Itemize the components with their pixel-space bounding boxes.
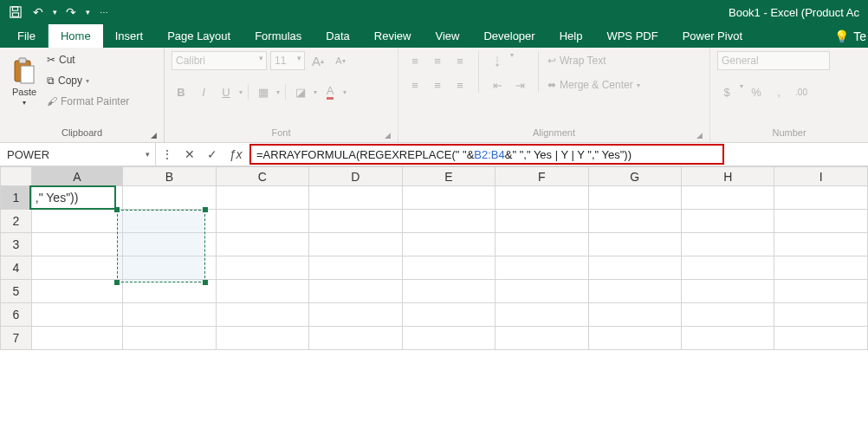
font-launcher[interactable]: ◢: [385, 127, 391, 143]
cell-H4[interactable]: [681, 256, 774, 280]
cell-D6[interactable]: [309, 303, 402, 327]
row-header-4[interactable]: 4: [1, 256, 32, 280]
cell-C3[interactable]: [216, 233, 308, 256]
cell-C4[interactable]: [216, 256, 308, 280]
marquee-handle-tr[interactable]: [203, 207, 208, 212]
cell-G2[interactable]: [588, 210, 681, 233]
col-header-C[interactable]: C: [216, 167, 308, 186]
cell-B7[interactable]: [123, 327, 216, 350]
cell-I5[interactable]: [774, 280, 868, 303]
font-color-button[interactable]: A: [321, 82, 340, 101]
cell-I2[interactable]: [774, 210, 868, 233]
cell-H6[interactable]: [681, 303, 774, 327]
tell-me-icon[interactable]: 💡: [829, 24, 853, 48]
cell-D2[interactable]: [309, 210, 402, 233]
cell-C7[interactable]: [216, 327, 308, 350]
cell-E4[interactable]: [402, 256, 495, 280]
cell-I1[interactable]: [774, 186, 868, 210]
qat-customize[interactable]: ⋯: [94, 3, 114, 21]
tab-formulas[interactable]: Formulas: [243, 24, 314, 48]
cell-E2[interactable]: [402, 210, 495, 233]
cell-A7[interactable]: [31, 327, 122, 350]
cell-I3[interactable]: [774, 233, 868, 256]
row-header-1[interactable]: 1: [1, 186, 32, 210]
cell-F1[interactable]: [496, 186, 588, 210]
clipboard-launcher[interactable]: ◢: [151, 127, 157, 143]
col-header-B[interactable]: B: [123, 167, 216, 186]
increase-decimal-button[interactable]: .00: [792, 82, 811, 101]
marquee-handle-br[interactable]: [203, 280, 208, 285]
align-right-button[interactable]: ≡: [450, 75, 470, 94]
align-middle-button[interactable]: ≡: [428, 51, 447, 70]
cell-F2[interactable]: [496, 210, 588, 233]
wrap-text-button[interactable]: ↩ Wrap Text: [547, 51, 640, 70]
row-header-6[interactable]: 6: [1, 303, 32, 327]
cell-A3[interactable]: [31, 233, 122, 256]
align-center-button[interactable]: ≡: [428, 75, 447, 94]
select-all-corner[interactable]: [1, 167, 32, 186]
cut-button[interactable]: ✂ Cut: [47, 51, 129, 68]
cell-C2[interactable]: [216, 210, 308, 233]
cell-B4[interactable]: [123, 256, 216, 280]
cell-A4[interactable]: [31, 256, 122, 280]
cell-F6[interactable]: [496, 303, 588, 327]
cell-H2[interactable]: [681, 210, 774, 233]
tab-page-layout[interactable]: Page Layout: [155, 24, 243, 48]
comma-button[interactable]: ,: [769, 82, 788, 101]
cell-E6[interactable]: [402, 303, 495, 327]
redo-button[interactable]: ↷: [61, 3, 81, 21]
underline-button[interactable]: U: [217, 82, 236, 101]
align-left-button[interactable]: ≡: [405, 75, 424, 94]
cell-D4[interactable]: [309, 256, 402, 280]
border-button[interactable]: ▦: [254, 82, 273, 101]
row-header-7[interactable]: 7: [1, 327, 32, 350]
orientation-button[interactable]: ⭭: [488, 51, 507, 70]
cell-G4[interactable]: [588, 256, 681, 280]
cell-C6[interactable]: [216, 303, 308, 327]
increase-indent-button[interactable]: ⇥: [510, 75, 529, 94]
formula-input[interactable]: =ARRAYFORMULA(REGEXREPLACE(" "&B2:B4&" "…: [249, 144, 724, 165]
cell-F5[interactable]: [496, 280, 588, 303]
marquee-handle-tl[interactable]: [114, 207, 120, 212]
tab-power-pivot[interactable]: Power Pivot: [670, 24, 755, 48]
col-header-E[interactable]: E: [402, 167, 495, 186]
cell-B3[interactable]: [123, 233, 216, 256]
fill-color-button[interactable]: ◪: [291, 82, 310, 101]
cell-E7[interactable]: [402, 327, 495, 350]
enter-button[interactable]: ✓: [201, 147, 223, 161]
cell-A6[interactable]: [31, 303, 122, 327]
cell-G3[interactable]: [588, 233, 681, 256]
expand-formula-bar[interactable]: ⋮: [156, 147, 178, 161]
cell-G6[interactable]: [588, 303, 681, 327]
cell-I4[interactable]: [774, 256, 868, 280]
bold-button[interactable]: B: [172, 82, 191, 101]
cell-B6[interactable]: [123, 303, 216, 327]
format-painter-button[interactable]: 🖌 Format Painter: [47, 93, 129, 110]
tab-file[interactable]: File: [5, 24, 49, 48]
cell-E3[interactable]: [402, 233, 495, 256]
col-header-A[interactable]: A: [31, 167, 122, 186]
cell-F7[interactable]: [496, 327, 588, 350]
tab-data[interactable]: Data: [314, 24, 361, 48]
row-header-5[interactable]: 5: [1, 280, 32, 303]
font-name-combo[interactable]: Calibri▾: [172, 51, 267, 70]
align-top-button[interactable]: ≡: [405, 51, 424, 70]
alignment-launcher[interactable]: ◢: [696, 127, 703, 143]
cell-D7[interactable]: [309, 327, 402, 350]
cell-G1[interactable]: [588, 186, 681, 210]
decrease-font-button[interactable]: A▾: [331, 51, 350, 70]
tab-insert[interactable]: Insert: [103, 24, 156, 48]
cell-I7[interactable]: [774, 327, 868, 350]
cancel-button[interactable]: ✕: [178, 147, 201, 161]
cell-H7[interactable]: [681, 327, 774, 350]
cell-B2[interactable]: [123, 210, 216, 233]
cell-F4[interactable]: [496, 256, 588, 280]
cell-F3[interactable]: [496, 233, 588, 256]
col-header-F[interactable]: F: [496, 167, 588, 186]
cell-C1[interactable]: [216, 186, 308, 210]
cell-C5[interactable]: [216, 280, 308, 303]
name-box-dropdown[interactable]: ▾: [146, 150, 150, 159]
italic-button[interactable]: I: [194, 82, 213, 101]
copy-button[interactable]: ⧉ Copy ▾: [47, 72, 129, 89]
tab-home[interactable]: Home: [49, 24, 103, 48]
